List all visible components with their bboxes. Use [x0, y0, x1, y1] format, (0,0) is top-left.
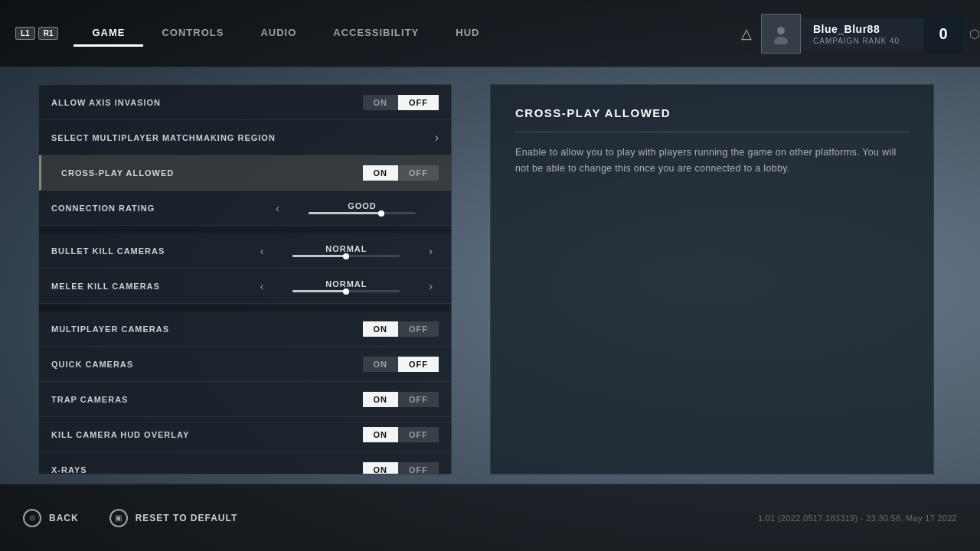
allow-axis-invasion-off[interactable]: OFF [398, 95, 439, 110]
reset-icon: ▣ [109, 509, 128, 527]
bullet-kill-left[interactable]: ‹ [254, 245, 270, 257]
r1-hint: R1 [38, 27, 59, 40]
connection-rating-thumb [378, 210, 384, 217]
user-info: △ Blue_Blur88 CAMPAIGN RANK 40 0 ⬡ [741, 14, 980, 54]
quick-cameras-toggle: ON OFF [363, 357, 439, 372]
setting-trap-cameras: TRAP CAMERAS ON OFF [39, 382, 451, 417]
cross-play-label: CROSS-PLAY ALLOWED [61, 168, 363, 178]
x-rays-off[interactable]: OFF [398, 462, 439, 475]
back-action[interactable]: ⊙ BACK [23, 509, 79, 527]
tab-controls[interactable]: CONTROLS [143, 21, 242, 47]
info-description: Enable to allow you to play with players… [515, 145, 909, 178]
svg-point-1 [774, 37, 788, 44]
multiplayer-cameras-toggle: ON OFF [363, 321, 439, 337]
quick-cameras-off[interactable]: OFF [398, 357, 439, 372]
bullet-kill-right[interactable]: › [423, 245, 439, 257]
back-label: BACK [49, 513, 79, 523]
score-value: 0 [939, 25, 947, 43]
allow-axis-invasion-on[interactable]: ON [363, 95, 399, 110]
x-rays-label: X-RAYS [51, 465, 363, 474]
multiplayer-cameras-off[interactable]: OFF [398, 321, 439, 337]
reset-action[interactable]: ▣ RESET TO DEFAULT [109, 509, 238, 527]
tab-audio[interactable]: AUDIO [242, 21, 315, 47]
x-rays-toggle: ON OFF [363, 462, 439, 475]
quick-cameras-on[interactable]: ON [363, 357, 399, 372]
svg-point-0 [777, 27, 785, 34]
controller-hints: L1 R1 [15, 27, 58, 40]
cross-play-on[interactable]: ON [363, 165, 399, 181]
tab-hud[interactable]: HUD [437, 21, 498, 47]
triangle-icon: △ [741, 25, 752, 42]
setting-cross-play: CROSS-PLAY ALLOWED ON OFF [39, 155, 451, 191]
section-divider-2 [39, 304, 451, 311]
info-panel: CROSS-PLAY ALLOWED Enable to allow you t… [490, 84, 934, 474]
melee-kill-bar [292, 290, 400, 292]
melee-kill-right[interactable]: › [423, 280, 439, 292]
multiplayer-cameras-label: MULTIPLAYER CAMERAS [51, 324, 363, 334]
bullet-kill-value: NORMAL [325, 244, 367, 253]
x-rays-on[interactable]: ON [363, 462, 399, 475]
topbar: L1 R1 GAME CONTROLS AUDIO ACCESSIBILITY … [0, 0, 980, 67]
kill-camera-hud-off[interactable]: OFF [398, 427, 439, 442]
bullet-kill-cameras-label: BULLET KILL CAMERAS [51, 246, 254, 256]
connection-rating-left[interactable]: ‹ [270, 202, 286, 214]
bullet-kill-fill [292, 255, 346, 257]
multiplayer-cameras-on[interactable]: ON [363, 321, 399, 337]
quick-cameras-label: QUICK CAMERAS [51, 360, 363, 369]
setting-quick-cameras: QUICK CAMERAS ON OFF [39, 347, 451, 382]
info-title: CROSS-PLAY ALLOWED [515, 106, 909, 132]
section-divider-1 [39, 226, 451, 233]
user-name: Blue_Blur88 [813, 23, 911, 35]
bullet-kill-slider: NORMAL [270, 244, 423, 257]
setting-select-region[interactable]: SELECT MULTIPLAYER MATCHMAKING REGION › [39, 120, 451, 155]
connection-rating-fill [309, 212, 381, 214]
connection-rating-slider: GOOD [286, 201, 439, 214]
nav-tabs: GAME CONTROLS AUDIO ACCESSIBILITY HUD [74, 21, 498, 47]
setting-melee-kill-cameras: MELEE KILL CAMERAS ‹ NORMAL › [39, 269, 451, 304]
cross-play-toggle: ON OFF [363, 165, 439, 181]
kill-camera-hud-label: KILL CAMERA HUD OVERLAY [51, 430, 363, 439]
melee-kill-fill [292, 290, 346, 292]
setting-kill-camera-hud: KILL CAMERA HUD OVERLAY ON OFF [39, 417, 451, 452]
cross-play-off[interactable]: OFF [398, 165, 439, 181]
tab-game[interactable]: GAME [74, 21, 143, 47]
melee-kill-value: NORMAL [325, 279, 367, 289]
chevron-right-icon: › [435, 131, 439, 145]
user-details: Blue_Blur88 CAMPAIGN RANK 40 [801, 18, 923, 50]
user-avatar [761, 14, 801, 54]
score-box: 0 [923, 14, 963, 54]
bottombar: ⊙ BACK ▣ RESET TO DEFAULT 1.01 (2022.051… [0, 484, 980, 551]
l1-hint: L1 [15, 27, 35, 40]
bullet-kill-thumb [343, 253, 349, 259]
user-rank: CAMPAIGN RANK 40 [813, 37, 911, 45]
trap-cameras-off[interactable]: OFF [398, 392, 439, 407]
melee-kill-thumb [343, 289, 349, 295]
setting-x-rays: X-RAYS ON OFF [39, 452, 451, 474]
setting-connection-rating: CONNECTION RATING ‹ GOOD [39, 191, 451, 226]
setting-allow-axis-invasion: ALLOW AXIS INVASION ON OFF [39, 85, 451, 120]
melee-kill-slider: NORMAL [270, 279, 423, 292]
setting-multiplayer-cameras: MULTIPLAYER CAMERAS ON OFF [39, 311, 451, 347]
connection-rating-bar [309, 212, 416, 214]
tab-accessibility[interactable]: ACCESSIBILITY [315, 21, 437, 47]
bullet-kill-bar [292, 255, 400, 257]
allow-axis-invasion-label: ALLOW AXIS INVASION [51, 98, 363, 107]
select-region-label: SELECT MULTIPLAYER MATCHMAKING REGION [51, 133, 435, 142]
trap-cameras-on[interactable]: ON [363, 392, 399, 407]
kill-camera-hud-toggle: ON OFF [363, 427, 439, 442]
setting-bullet-kill-cameras: BULLET KILL CAMERAS ‹ NORMAL › [39, 233, 451, 269]
melee-kill-cameras-label: MELEE KILL CAMERAS [51, 282, 254, 291]
kill-camera-hud-on[interactable]: ON [363, 427, 399, 442]
trap-cameras-label: TRAP CAMERAS [51, 395, 363, 404]
trap-cameras-toggle: ON OFF [363, 392, 439, 407]
melee-kill-left[interactable]: ‹ [254, 280, 270, 292]
connection-rating-value: GOOD [348, 201, 377, 210]
allow-axis-invasion-toggle: ON OFF [363, 95, 439, 110]
currency-icon: ⬡ [969, 27, 980, 41]
version-text: 1.01 (2022.0517.183319) - 23:30:58, May … [758, 514, 957, 523]
settings-panel: ALLOW AXIS INVASION ON OFF SELECT MULTIP… [38, 84, 452, 474]
back-icon: ⊙ [23, 509, 41, 527]
connection-rating-label: CONNECTION RATING [51, 204, 270, 213]
reset-label: RESET TO DEFAULT [136, 513, 238, 523]
